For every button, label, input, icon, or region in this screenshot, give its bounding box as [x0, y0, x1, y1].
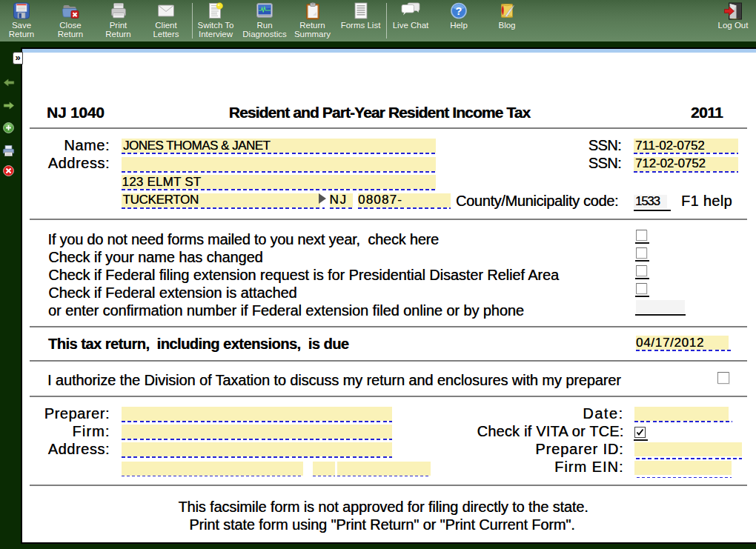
svg-text:?: ? [456, 5, 462, 17]
